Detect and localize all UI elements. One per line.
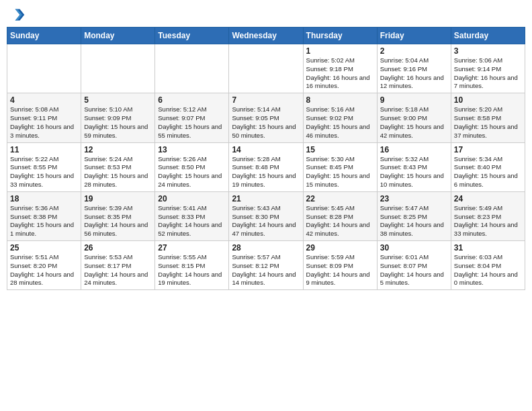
day-info: Sunrise: 5:51 AM Sunset: 8:20 PM Dayligh… xyxy=(10,253,78,287)
calendar-cell: 24Sunrise: 5:49 AM Sunset: 8:23 PM Dayli… xyxy=(451,191,525,240)
day-info: Sunrise: 5:02 AM Sunset: 9:18 PM Dayligh… xyxy=(306,56,374,91)
calendar-cell: 26Sunrise: 5:53 AM Sunset: 8:17 PM Dayli… xyxy=(81,241,155,290)
calendar-cell: 15Sunrise: 5:30 AM Sunset: 8:45 PM Dayli… xyxy=(303,142,377,191)
calendar-cell xyxy=(7,44,81,93)
calendar-cell: 6Sunrise: 5:12 AM Sunset: 9:07 PM Daylig… xyxy=(155,93,229,142)
day-number: 20 xyxy=(158,194,226,203)
day-number: 6 xyxy=(158,95,226,105)
calendar-cell: 9Sunrise: 5:18 AM Sunset: 9:00 PM Daylig… xyxy=(377,93,451,142)
calendar-cell: 8Sunrise: 5:16 AM Sunset: 9:02 PM Daylig… xyxy=(303,93,377,142)
day-number: 23 xyxy=(380,194,448,203)
calendar-cell: 10Sunrise: 5:20 AM Sunset: 8:58 PM Dayli… xyxy=(451,93,525,142)
day-number: 8 xyxy=(306,95,374,105)
day-number: 28 xyxy=(232,243,300,253)
day-number: 26 xyxy=(84,243,152,253)
calendar-cell xyxy=(81,44,155,93)
day-number: 19 xyxy=(84,194,152,203)
calendar-cell: 3Sunrise: 5:06 AM Sunset: 9:14 PM Daylig… xyxy=(451,44,525,93)
day-info: Sunrise: 5:16 AM Sunset: 9:02 PM Dayligh… xyxy=(306,105,374,140)
calendar-week-row: 4Sunrise: 5:08 AM Sunset: 9:11 PM Daylig… xyxy=(7,93,525,142)
calendar-table: SundayMondayTuesdayWednesdayThursdayFrid… xyxy=(7,27,525,290)
day-info: Sunrise: 5:57 AM Sunset: 8:12 PM Dayligh… xyxy=(232,253,300,287)
day-number: 1 xyxy=(306,46,374,56)
svg-marker-0 xyxy=(15,9,25,20)
calendar-cell: 23Sunrise: 5:47 AM Sunset: 8:25 PM Dayli… xyxy=(377,191,451,240)
calendar-week-row: 18Sunrise: 5:36 AM Sunset: 8:38 PM Dayli… xyxy=(7,191,525,240)
calendar-cell: 20Sunrise: 5:41 AM Sunset: 8:33 PM Dayli… xyxy=(155,191,229,240)
day-info: Sunrise: 5:24 AM Sunset: 8:53 PM Dayligh… xyxy=(84,155,152,189)
day-info: Sunrise: 5:53 AM Sunset: 8:17 PM Dayligh… xyxy=(84,253,152,287)
day-number: 29 xyxy=(306,243,374,253)
day-info: Sunrise: 5:49 AM Sunset: 8:23 PM Dayligh… xyxy=(454,204,522,238)
day-number: 17 xyxy=(454,145,522,154)
day-header-thursday: Thursday xyxy=(303,28,377,44)
calendar-header-row: SundayMondayTuesdayWednesdayThursdayFrid… xyxy=(7,28,525,44)
day-number: 10 xyxy=(454,95,522,105)
logo xyxy=(9,7,27,23)
day-number: 21 xyxy=(232,194,300,203)
day-info: Sunrise: 5:34 AM Sunset: 8:40 PM Dayligh… xyxy=(454,155,522,189)
day-number: 5 xyxy=(84,95,152,105)
day-info: Sunrise: 5:30 AM Sunset: 8:45 PM Dayligh… xyxy=(306,155,374,189)
day-info: Sunrise: 5:18 AM Sunset: 9:00 PM Dayligh… xyxy=(380,105,448,140)
day-number: 14 xyxy=(232,145,300,154)
day-header-sunday: Sunday xyxy=(7,28,81,44)
day-number: 4 xyxy=(10,95,78,105)
page-header xyxy=(7,7,525,23)
day-number: 24 xyxy=(454,194,522,203)
day-number: 22 xyxy=(306,194,374,203)
day-info: Sunrise: 5:59 AM Sunset: 8:09 PM Dayligh… xyxy=(306,253,374,287)
calendar-cell: 19Sunrise: 5:39 AM Sunset: 8:35 PM Dayli… xyxy=(81,191,155,240)
calendar-cell xyxy=(229,44,303,93)
day-header-friday: Friday xyxy=(377,28,451,44)
day-header-saturday: Saturday xyxy=(451,28,525,44)
day-number: 12 xyxy=(84,145,152,154)
calendar-cell: 1Sunrise: 5:02 AM Sunset: 9:18 PM Daylig… xyxy=(303,44,377,93)
day-number: 2 xyxy=(380,46,448,56)
logo-icon xyxy=(9,7,26,23)
calendar-cell: 2Sunrise: 5:04 AM Sunset: 9:16 PM Daylig… xyxy=(377,44,451,93)
day-number: 11 xyxy=(10,145,78,154)
calendar-cell: 11Sunrise: 5:22 AM Sunset: 8:55 PM Dayli… xyxy=(7,142,81,191)
calendar-cell: 29Sunrise: 5:59 AM Sunset: 8:09 PM Dayli… xyxy=(303,241,377,290)
calendar-cell: 16Sunrise: 5:32 AM Sunset: 8:43 PM Dayli… xyxy=(377,142,451,191)
day-info: Sunrise: 5:36 AM Sunset: 8:38 PM Dayligh… xyxy=(10,204,78,238)
day-number: 31 xyxy=(454,243,522,253)
calendar-cell: 13Sunrise: 5:26 AM Sunset: 8:50 PM Dayli… xyxy=(155,142,229,191)
day-info: Sunrise: 5:22 AM Sunset: 8:55 PM Dayligh… xyxy=(10,155,78,189)
calendar-week-row: 25Sunrise: 5:51 AM Sunset: 8:20 PM Dayli… xyxy=(7,241,525,290)
calendar-cell: 25Sunrise: 5:51 AM Sunset: 8:20 PM Dayli… xyxy=(7,241,81,290)
calendar-cell: 18Sunrise: 5:36 AM Sunset: 8:38 PM Dayli… xyxy=(7,191,81,240)
day-info: Sunrise: 5:32 AM Sunset: 8:43 PM Dayligh… xyxy=(380,155,448,189)
calendar-cell xyxy=(155,44,229,93)
day-info: Sunrise: 5:28 AM Sunset: 8:48 PM Dayligh… xyxy=(232,155,300,189)
day-info: Sunrise: 5:55 AM Sunset: 8:15 PM Dayligh… xyxy=(158,253,226,287)
calendar-cell: 14Sunrise: 5:28 AM Sunset: 8:48 PM Dayli… xyxy=(229,142,303,191)
calendar-cell: 31Sunrise: 6:03 AM Sunset: 8:04 PM Dayli… xyxy=(451,241,525,290)
calendar-cell: 5Sunrise: 5:10 AM Sunset: 9:09 PM Daylig… xyxy=(81,93,155,142)
day-info: Sunrise: 5:04 AM Sunset: 9:16 PM Dayligh… xyxy=(380,56,448,91)
day-info: Sunrise: 6:01 AM Sunset: 8:07 PM Dayligh… xyxy=(380,253,448,287)
calendar-cell: 27Sunrise: 5:55 AM Sunset: 8:15 PM Dayli… xyxy=(155,241,229,290)
calendar-week-row: 1Sunrise: 5:02 AM Sunset: 9:18 PM Daylig… xyxy=(7,44,525,93)
day-header-wednesday: Wednesday xyxy=(229,28,303,44)
calendar-cell: 30Sunrise: 6:01 AM Sunset: 8:07 PM Dayli… xyxy=(377,241,451,290)
calendar-cell: 28Sunrise: 5:57 AM Sunset: 8:12 PM Dayli… xyxy=(229,241,303,290)
day-number: 7 xyxy=(232,95,300,105)
day-info: Sunrise: 6:03 AM Sunset: 8:04 PM Dayligh… xyxy=(454,253,522,287)
calendar-cell: 22Sunrise: 5:45 AM Sunset: 8:28 PM Dayli… xyxy=(303,191,377,240)
day-info: Sunrise: 5:08 AM Sunset: 9:11 PM Dayligh… xyxy=(10,105,78,140)
day-number: 27 xyxy=(158,243,226,253)
day-number: 30 xyxy=(380,243,448,253)
day-info: Sunrise: 5:39 AM Sunset: 8:35 PM Dayligh… xyxy=(84,204,152,238)
day-info: Sunrise: 5:06 AM Sunset: 9:14 PM Dayligh… xyxy=(454,56,522,91)
calendar-cell: 7Sunrise: 5:14 AM Sunset: 9:05 PM Daylig… xyxy=(229,93,303,142)
calendar-cell: 21Sunrise: 5:43 AM Sunset: 8:30 PM Dayli… xyxy=(229,191,303,240)
day-info: Sunrise: 5:41 AM Sunset: 8:33 PM Dayligh… xyxy=(158,204,226,238)
calendar-cell: 12Sunrise: 5:24 AM Sunset: 8:53 PM Dayli… xyxy=(81,142,155,191)
day-header-monday: Monday xyxy=(81,28,155,44)
calendar-cell: 4Sunrise: 5:08 AM Sunset: 9:11 PM Daylig… xyxy=(7,93,81,142)
day-info: Sunrise: 5:12 AM Sunset: 9:07 PM Dayligh… xyxy=(158,105,226,140)
day-info: Sunrise: 5:47 AM Sunset: 8:25 PM Dayligh… xyxy=(380,204,448,238)
day-number: 18 xyxy=(10,194,78,203)
